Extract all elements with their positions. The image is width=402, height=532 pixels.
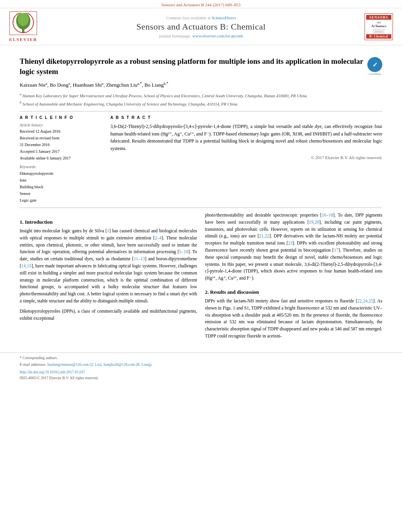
- ref-2-4-link[interactable]: 2–4: [155, 235, 162, 240]
- divider-1: [20, 111, 382, 111]
- crossmark-badge: ✓ CrossMark: [367, 57, 382, 76]
- keyword-3: Building block: [20, 184, 102, 190]
- keywords-title: Keywords:: [20, 165, 102, 169]
- article-content: ✓ CrossMark Thienyl diketopyrrolopyrrole…: [0, 45, 402, 348]
- ref-22-24-25-link[interactable]: 22,24,25: [357, 298, 373, 303]
- abstract-col: A B S T R A C T 3,6-Di(2-Thienyl)-2,5-di…: [110, 115, 382, 204]
- elsevier-tree-icon: [9, 11, 37, 35]
- footer-area: * Corresponding authors. E-mail addresse…: [0, 352, 402, 383]
- title-area: ✓ CrossMark Thienyl diketopyrrolopyrrole…: [20, 56, 382, 76]
- sensors-logo-image: B: Chemical: [367, 29, 391, 34]
- sensors-logo-top: SENSORS: [366, 15, 391, 20]
- sensors-logo-middle: and AcTuators: [371, 20, 386, 28]
- body-right-col: photo/thermostability and desirable spec…: [205, 212, 382, 343]
- elsevier-tree-svg: [11, 13, 35, 33]
- ref-21-22-link[interactable]: 21,22: [259, 234, 269, 238]
- body-left-col: 1. Introduction Insight into molecular l…: [20, 212, 197, 343]
- body-content: 1. Introduction Insight into molecular l…: [20, 212, 382, 343]
- section-1-para-2: Diketopyrrolopyrroles (DPPs), a class of…: [20, 308, 197, 322]
- sensors-logo-bottom: B: Chemical: [366, 34, 391, 39]
- keyword-2: Ions: [20, 177, 102, 184]
- citation-text: Sensors and Actuators B 244 (2017) 849–8…: [162, 2, 240, 7]
- ref-14-15-link[interactable]: 14,15: [21, 263, 32, 268]
- section-1-para-1: Insight into molecular logic gates by de…: [20, 228, 197, 305]
- body-right-para-1: photo/thermostability and desirable spec…: [205, 212, 382, 282]
- email-links[interactable]: liuzhengchunseu@126.com (Z. Liu), liangb…: [47, 363, 153, 367]
- received-date: Received 12 August 2016: [20, 128, 102, 135]
- journal-header: ELSEVIER Contents lists available at Sci…: [0, 8, 402, 45]
- ref-16-18-link[interactable]: 16–18: [322, 213, 333, 217]
- sciencedirect-link[interactable]: ScienceDirect: [212, 15, 236, 20]
- keyword-5: Logic gate: [20, 197, 102, 204]
- doi-line: http://dx.doi.org/10.1016/j.snb.2017.01.…: [20, 369, 382, 375]
- elsevier-logo: ELSEVIER: [6, 11, 41, 42]
- top-citation-bar: Sensors and Actuators B 244 (2017) 849–8…: [0, 0, 402, 8]
- keyword-1: Diketopyrrolopyrrole: [20, 170, 102, 177]
- abstract-title: A B S T R A C T: [110, 115, 382, 120]
- ref-19-20-link[interactable]: 19,20: [309, 220, 319, 224]
- crossmark-icon: ✓: [367, 57, 382, 72]
- divider-2: [20, 208, 382, 208]
- issn-line: 0925-4005/© 2017 Elsevier B.V. All right…: [20, 376, 382, 380]
- affiliation-a: a Human Key Laboratory for Super Microst…: [20, 92, 382, 99]
- info-abstract-section: A R T I C L E I N F O Article history: R…: [20, 115, 382, 204]
- sciencedirect-line: Contents lists available at ScienceDirec…: [41, 15, 361, 20]
- section-1: 1. Introduction Insight into molecular l…: [20, 219, 197, 322]
- ref-23-link[interactable]: 23: [288, 241, 293, 245]
- journal-homepage-link[interactable]: www.elsevier.com/locate/snb: [192, 33, 243, 38]
- keywords-section: Keywords: Diketopyrrolopyrrole Ions Buil…: [20, 165, 102, 204]
- available-online: Available online 6 January 2017: [20, 155, 102, 161]
- keyword-4: Sensor: [20, 190, 102, 197]
- doi-link[interactable]: http://dx.doi.org/10.1016/j.snb.2017.01.…: [20, 370, 85, 374]
- revised-label: Received in revised form: [20, 135, 102, 141]
- article-info-title: A R T I C L E I N F O: [20, 115, 102, 120]
- sensors-actuators-logo: SENSORS and AcTuators B: Chemical B: Che…: [361, 13, 396, 40]
- corresponding-note: * Corresponding authors.: [20, 355, 382, 361]
- ref-5-10-link[interactable]: 5–10: [179, 249, 188, 254]
- page-wrapper: Sensors and Actuators B 244 (2017) 849–8…: [0, 0, 402, 532]
- article-info-col: A R T I C L E I N F O Article history: R…: [20, 115, 102, 204]
- revised-date: 31 December 2016: [20, 141, 102, 148]
- elsevier-label-text: ELSEVIER: [9, 37, 37, 42]
- ref-11-13-link[interactable]: 11–13: [134, 256, 145, 261]
- ref-1-link[interactable]: 1: [107, 228, 109, 233]
- ref-17-link[interactable]: 17: [334, 248, 339, 252]
- affiliation-b: b School of Automobile and Mechanic Engi…: [20, 100, 382, 107]
- accepted-date: Accepted 5 January 2017: [20, 148, 102, 155]
- svg-text:B: Chemical: B: Chemical: [376, 31, 382, 33]
- article-title: Thienyl diketopyrrolopyrrole as a robust…: [20, 56, 382, 76]
- affiliations: a Human Key Laboratory for Super Microst…: [20, 92, 382, 107]
- authors-line: Kaixuan Niea, Bo Donga, Huanhuan Shia, Z…: [20, 80, 382, 89]
- article-dates: Received 12 August 2016 Received in revi…: [20, 128, 102, 161]
- email-note: E-mail addresses: liuzhengchunseu@126.co…: [20, 362, 382, 368]
- journal-title: Sensors and Actuators B: Chemical: [41, 22, 361, 32]
- section-1-title: 1. Introduction: [20, 219, 197, 225]
- section-2-title: 2. Results and discussion: [205, 289, 382, 295]
- journal-homepage-line: journal homepage: www.elsevier.com/locat…: [41, 33, 361, 38]
- abstract-text: 3,6-Di(2-Thienyl)-2,5-dihydropyrrolo-[3,…: [110, 123, 382, 152]
- journal-center: Contents lists available at ScienceDirec…: [41, 15, 361, 38]
- sensors-logo-box: SENSORS and AcTuators B: Chemical B: Che…: [365, 13, 393, 40]
- section-2: 2. Results and discussion DPPs with the …: [205, 289, 382, 340]
- copyright-line: © 2017 Elsevier B.V. All rights reserved…: [110, 155, 382, 160]
- svg-point-2: [18, 13, 29, 26]
- section-2-para-1: DPPs with the lactam-NH moiety show fast…: [205, 298, 382, 340]
- article-history-label: Article history:: [20, 123, 102, 127]
